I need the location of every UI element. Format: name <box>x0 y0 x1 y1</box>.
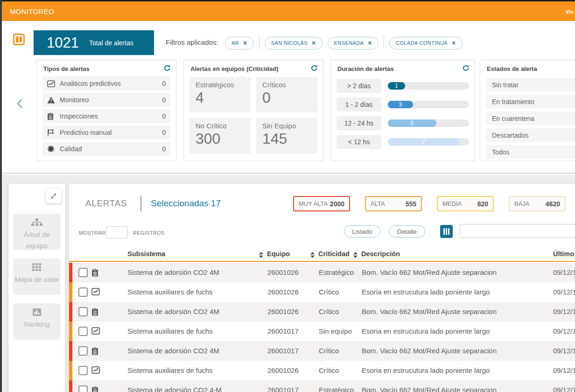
total-alerts-box: 1021 Total de alertas <box>34 30 154 55</box>
tile-value: 0 <box>262 89 311 106</box>
expand-icon[interactable] <box>46 189 62 203</box>
column-header-equipo[interactable]: Equipo <box>267 250 290 258</box>
filter-chip[interactable]: AR× <box>225 37 254 49</box>
chart-line-icon <box>91 288 100 297</box>
duration-range-button[interactable]: > 2 días <box>337 79 381 93</box>
sort-icon[interactable] <box>353 252 358 260</box>
priority-badge[interactable]: BAJA 4620 <box>509 196 566 211</box>
sort-icon[interactable] <box>259 252 263 260</box>
alert-type-item[interactable]: Predictivo manual 0 <box>42 126 170 140</box>
refresh-icon[interactable] <box>163 64 171 74</box>
table-row[interactable]: Sistema de adorsión CO2 4M 26001017 Crít… <box>69 341 575 361</box>
duration-range-button[interactable]: 1 - 2 días <box>337 98 381 112</box>
row-severity-stripe <box>69 361 72 380</box>
row-checkbox[interactable] <box>78 268 88 277</box>
alert-type-item[interactable]: Calidad 0 <box>42 142 170 156</box>
alert-state-item[interactable]: En cuarentena <box>486 112 575 125</box>
chevron-left-icon[interactable] <box>16 98 24 111</box>
applied-filters-label: Filtros aplicados: <box>166 38 218 46</box>
duration-range-button[interactable]: 12 - 24 hs <box>337 116 381 130</box>
records-count-input[interactable] <box>106 226 127 238</box>
row-checkbox[interactable] <box>78 327 88 336</box>
cell-equipment: 26001017 <box>267 322 299 341</box>
table-row[interactable]: Sistema auxiliares de fuchs 26001026 Crí… <box>69 282 575 302</box>
row-checkbox[interactable] <box>78 385 88 392</box>
warning-icon <box>47 97 56 104</box>
alerts-title: ALERTAS <box>85 198 127 209</box>
column-header-criticidad[interactable]: Criticidad <box>318 250 350 258</box>
alert-state-item[interactable]: Descartados <box>486 128 575 142</box>
cell-description: Bom. Vacío 662 Mot/Red Ajuste separacion <box>362 341 497 361</box>
cell-subsystem: Sistema de adorsión CO2 4M <box>127 341 219 361</box>
row-severity-stripe <box>69 263 72 282</box>
clipboard-icon <box>47 112 56 120</box>
filter-chip[interactable]: ENSENADA× <box>328 37 379 49</box>
detalle-button[interactable]: Detalle <box>389 225 425 238</box>
sidebar-item-ranking[interactable]: Ranking <box>13 303 61 340</box>
column-header-descripcion[interactable]: Descripción <box>361 250 400 258</box>
chip-close-icon[interactable]: × <box>243 40 247 46</box>
filter-chip[interactable]: COLADA CONTINUA× <box>389 37 463 49</box>
chart-line-icon <box>91 327 100 336</box>
sidebar-item-mapa-de-calor[interactable]: Mapa de calor <box>13 259 61 295</box>
listado-button[interactable]: Listado <box>344 225 380 238</box>
column-header-subsistema[interactable]: Subsistema <box>127 250 165 258</box>
alert-type-count: 0 <box>162 80 166 87</box>
window-left-edge <box>0 0 2 392</box>
chip-close-icon[interactable]: × <box>452 40 456 46</box>
row-checkbox[interactable] <box>78 366 88 375</box>
alert-state-item[interactable]: En tratamiento <box>486 95 575 108</box>
tools-sidebar: Árbol de equipo Mapa de calor Ranking <box>8 184 65 392</box>
columns-icon[interactable] <box>440 225 453 238</box>
badge-label: MEDIA <box>442 200 462 207</box>
cell-description: Bom. Vacío 662 Mot/Red Ajuste separacion <box>362 302 497 322</box>
alert-type-item[interactable]: Analiticos predictivos 0 <box>42 77 170 91</box>
criticality-tile: No Crítico 300 <box>189 118 251 154</box>
alert-type-item[interactable]: Monitoreo 0 <box>42 93 170 107</box>
alert-state-item[interactable]: Todos <box>486 145 575 159</box>
refresh-icon[interactable] <box>310 64 318 74</box>
row-severity-stripe <box>69 322 72 341</box>
panel-title: Estados de alerta <box>487 65 575 72</box>
show-records-label: MOSTRAR <box>79 230 105 236</box>
clipboard-icon <box>91 268 98 279</box>
duration-row: < 12 hs 7 <box>337 135 469 149</box>
tile-value: 145 <box>262 130 311 147</box>
alert-state-item[interactable]: Sin tratar <box>486 78 575 91</box>
row-checkbox[interactable] <box>78 346 88 356</box>
table-row[interactable]: Sistema auxiliares de fuchs 26001026 Crí… <box>69 361 575 380</box>
row-checkbox[interactable] <box>78 287 88 297</box>
cell-equipment: 26001026 <box>267 302 299 322</box>
table-row[interactable]: Sistema de adorsión CO2 4M 26001026 Estr… <box>69 263 575 282</box>
cell-equipment: 26001017 <box>267 341 299 361</box>
table-row[interactable]: Sistema de adorsión CO2 4M 26001026 Crít… <box>69 302 575 322</box>
criticality-tile: Sin Equipo 145 <box>256 118 317 154</box>
sidebar-item-label: Ranking <box>13 319 61 329</box>
cell-subsystem: Sistema de adorsión CO2 4M <box>127 263 219 282</box>
search-input[interactable] <box>460 224 575 238</box>
refresh-icon[interactable] <box>462 64 470 74</box>
duration-bar-track: 1 <box>388 82 469 90</box>
alert-type-item[interactable]: Inspecciones 0 <box>42 109 170 123</box>
tile-label: Sin Equipo <box>262 122 311 130</box>
duration-range-button[interactable]: < 12 hs <box>337 135 381 149</box>
priority-badge[interactable]: MEDIA 820 <box>437 196 494 211</box>
chip-close-icon[interactable]: × <box>368 40 372 46</box>
priority-badge[interactable]: ALTA 555 <box>365 196 422 211</box>
column-header-ultimo[interactable]: Último <box>553 250 574 258</box>
layout-panels-icon[interactable] <box>13 34 25 45</box>
chip-close-icon[interactable]: × <box>312 40 316 46</box>
badge-value: 2000 <box>330 200 344 208</box>
cell-criticality: Crítico <box>319 302 339 322</box>
table-row[interactable]: Sistema de adorsión CO2 4-M 26001017 Est… <box>69 380 575 392</box>
header-menu-vista[interactable]: Vis <box>566 9 573 14</box>
table-row[interactable]: Sistema auxiliares de fuchs 26001017 Sin… <box>69 322 575 341</box>
duration-bar-fill: 5 <box>388 119 436 127</box>
row-checkbox[interactable] <box>78 307 88 316</box>
selected-count-link[interactable]: Seleccionadas 17 <box>151 198 221 209</box>
sort-icon[interactable] <box>310 252 315 260</box>
sidebar-item-arbol-de-equipo[interactable]: Árbol de equipo <box>13 214 61 250</box>
filter-chip[interactable]: SAN NICOLÁS× <box>265 37 323 49</box>
total-alerts-count: 1021 <box>47 35 79 51</box>
priority-badge[interactable]: MUY ALTA 2000 <box>293 196 350 211</box>
